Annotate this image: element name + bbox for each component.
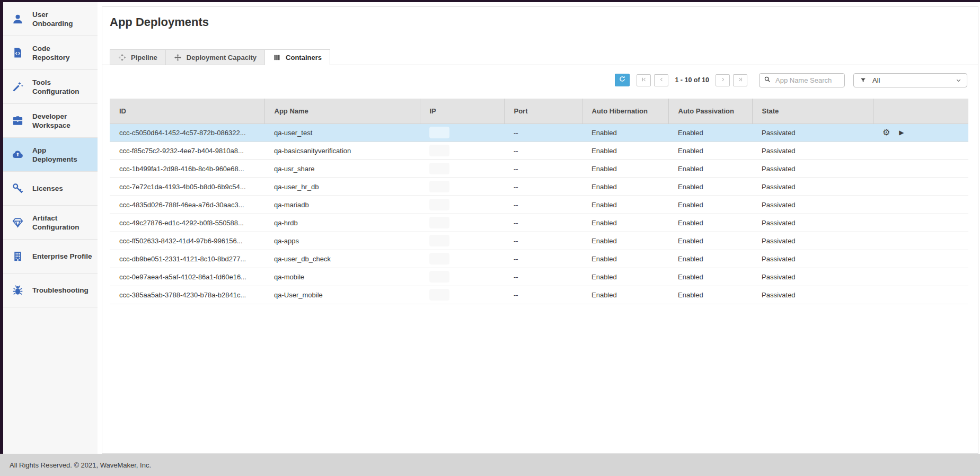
column-header-app-name: App Name bbox=[264, 99, 420, 124]
cell-id: ccc-0e97aea4-a5af-4102-86a1-fd60e16... bbox=[110, 268, 264, 286]
cell-auto-hibernation: Enabled bbox=[582, 178, 668, 196]
cell-state: Passivated bbox=[752, 160, 873, 178]
sidebar: User Onboarding Code Repository Tools Co… bbox=[0, 2, 98, 454]
cell-ip bbox=[420, 250, 504, 268]
cell-auto-hibernation: Enabled bbox=[582, 286, 668, 304]
filter-selected-value: All bbox=[872, 76, 880, 84]
cell-auto-passivation: Enabled bbox=[668, 160, 752, 178]
main-panel: App Deployments Pipeline Deployment Capa… bbox=[102, 6, 978, 454]
cell-app-name: qa-apps bbox=[264, 232, 420, 250]
first-page-button[interactable] bbox=[637, 74, 651, 86]
sidebar-item-troubleshooting[interactable]: Troubleshooting bbox=[3, 274, 98, 307]
table-toolbar: 1 - 10 of 10 All bbox=[110, 73, 967, 87]
sidebar-item-enterprise-profile[interactable]: Enterprise Profile bbox=[3, 240, 98, 274]
cell-id: ccc-49c27876-ed1c-4292-b0f8-550588... bbox=[110, 214, 264, 232]
cell-state: Passivated bbox=[752, 178, 873, 196]
cell-actions bbox=[873, 196, 968, 214]
refresh-icon bbox=[619, 75, 626, 85]
chevron-down-icon bbox=[955, 77, 962, 84]
ip-placeholder bbox=[429, 289, 449, 301]
cell-id: ccc-4835d026-788f-46ea-a76d-30aac3... bbox=[110, 196, 264, 214]
cell-port: -- bbox=[504, 196, 582, 214]
cell-state: Passivated bbox=[752, 250, 873, 268]
table-row[interactable]: ccc-db9be051-2331-4121-8c10-8bd277...qa-… bbox=[110, 250, 968, 268]
briefcase-icon bbox=[11, 114, 24, 128]
table-row[interactable]: ccc-ff502633-8432-41d4-97b6-996156...qa-… bbox=[110, 232, 968, 250]
cell-ip bbox=[420, 160, 504, 178]
tab-deployment-capacity[interactable]: Deployment Capacity bbox=[165, 49, 265, 65]
cell-actions: ⚙▶ bbox=[873, 124, 968, 142]
column-header-auto-hibernation: Auto Hibernation bbox=[582, 99, 668, 124]
cell-port: -- bbox=[504, 250, 582, 268]
cell-state: Passivated bbox=[752, 268, 873, 286]
code-file-icon bbox=[11, 46, 24, 60]
columns-icon bbox=[273, 54, 281, 61]
last-page-button[interactable] bbox=[733, 74, 747, 86]
table-row[interactable]: ccc-0e97aea4-a5af-4102-86a1-fd60e16...qa… bbox=[110, 268, 968, 286]
cell-port: -- bbox=[504, 160, 582, 178]
copyright-text: All Rights Reserved. © 2021, WaveMaker, … bbox=[10, 461, 151, 469]
sidebar-item-code-repository[interactable]: Code Repository bbox=[3, 36, 98, 70]
cell-app-name: qa-mariadb bbox=[264, 196, 420, 214]
cell-state: Passivated bbox=[752, 142, 873, 160]
cell-auto-passivation: Enabled bbox=[668, 178, 752, 196]
table-row[interactable]: ccc-4835d026-788f-46ea-a76d-30aac3...qa-… bbox=[110, 196, 968, 214]
cell-auto-passivation: Enabled bbox=[668, 196, 752, 214]
cell-id: ccc-c5050d64-1452-4c57-872b-086322... bbox=[110, 124, 264, 142]
next-page-button[interactable] bbox=[716, 74, 730, 86]
cell-id: ccc-7e72c1da-4193-4b05-b8d0-6b9c54... bbox=[110, 178, 264, 196]
ip-placeholder bbox=[429, 127, 449, 138]
ip-placeholder bbox=[429, 163, 449, 174]
chevron-left-icon bbox=[658, 75, 665, 85]
table-row[interactable]: ccc-49c27876-ed1c-4292-b0f8-550588...qa-… bbox=[110, 214, 968, 232]
cell-auto-passivation: Enabled bbox=[668, 214, 752, 232]
column-header-auto-passivation: Auto Passivation bbox=[668, 99, 752, 124]
cell-app-name: qa-hrdb bbox=[264, 214, 420, 232]
sidebar-item-artifact-configuration[interactable]: Artifact Configuration bbox=[3, 206, 98, 240]
cell-app-name: qa-user_db_check bbox=[264, 250, 420, 268]
table-row[interactable]: ccc-1b499fa1-2d98-416b-8c4b-960e68...qa-… bbox=[110, 160, 968, 178]
column-header-id: ID bbox=[110, 99, 264, 124]
cell-app-name: qa-user_test bbox=[264, 124, 420, 142]
sidebar-item-user-onboarding[interactable]: User Onboarding bbox=[3, 2, 98, 36]
play-icon[interactable]: ▶ bbox=[899, 129, 904, 136]
filter-dropdown[interactable]: All bbox=[853, 73, 967, 87]
tab-bar: Pipeline Deployment Capacity Containers bbox=[102, 49, 978, 65]
sidebar-item-licenses[interactable]: Licenses bbox=[3, 172, 98, 206]
cell-auto-hibernation: Enabled bbox=[582, 250, 668, 268]
search-icon bbox=[764, 75, 771, 85]
table-row[interactable]: ccc-385aa5ab-3788-4230-b78a-b2841c...qa-… bbox=[110, 286, 968, 304]
cell-id: ccc-db9be051-2331-4121-8c10-8bd277... bbox=[110, 250, 264, 268]
app-name-search-input[interactable] bbox=[774, 76, 841, 85]
key-icon bbox=[11, 182, 24, 196]
tab-containers[interactable]: Containers bbox=[264, 49, 330, 65]
sidebar-item-app-deployments[interactable]: App Deployments bbox=[3, 138, 98, 172]
cell-actions bbox=[873, 268, 968, 286]
cell-ip bbox=[420, 232, 504, 250]
cell-port: -- bbox=[504, 214, 582, 232]
cell-id: ccc-ff502633-8432-41d4-97b6-996156... bbox=[110, 232, 264, 250]
cell-port: -- bbox=[504, 232, 582, 250]
cell-app-name: qa-basicsanityverification bbox=[264, 142, 420, 160]
refresh-button[interactable] bbox=[615, 74, 630, 86]
table-row[interactable]: ccc-f85c75c2-9232-4ee7-b404-9810a8...qa-… bbox=[110, 142, 968, 160]
table-header-row: IDApp NameIPPortAuto HibernationAuto Pas… bbox=[110, 99, 968, 124]
previous-page-button[interactable] bbox=[654, 74, 668, 86]
cell-app-name: qa-mobile bbox=[264, 268, 420, 286]
ip-placeholder bbox=[429, 145, 449, 156]
settings-icon[interactable]: ⚙ bbox=[882, 128, 890, 137]
tab-pipeline[interactable]: Pipeline bbox=[110, 49, 166, 65]
top-accent-strip bbox=[0, 0, 980, 2]
cell-ip bbox=[420, 268, 504, 286]
sidebar-item-tools-configuration[interactable]: Tools Configuration bbox=[3, 70, 98, 104]
table-row[interactable]: ccc-c5050d64-1452-4c57-872b-086322...qa-… bbox=[110, 124, 968, 142]
cell-ip bbox=[420, 178, 504, 196]
cloud-upload-icon bbox=[11, 148, 24, 162]
cell-app-name: qa-User_mobile bbox=[264, 286, 420, 304]
gem-icon bbox=[11, 216, 24, 230]
cell-auto-passivation: Enabled bbox=[668, 250, 752, 268]
sidebar-item-developer-workspace[interactable]: Developer Workspace bbox=[3, 104, 98, 138]
table-row[interactable]: ccc-7e72c1da-4193-4b05-b8d0-6b9c54...qa-… bbox=[110, 178, 968, 196]
cell-state: Passivated bbox=[752, 124, 873, 142]
containers-table: IDApp NameIPPortAuto HibernationAuto Pas… bbox=[110, 99, 968, 304]
